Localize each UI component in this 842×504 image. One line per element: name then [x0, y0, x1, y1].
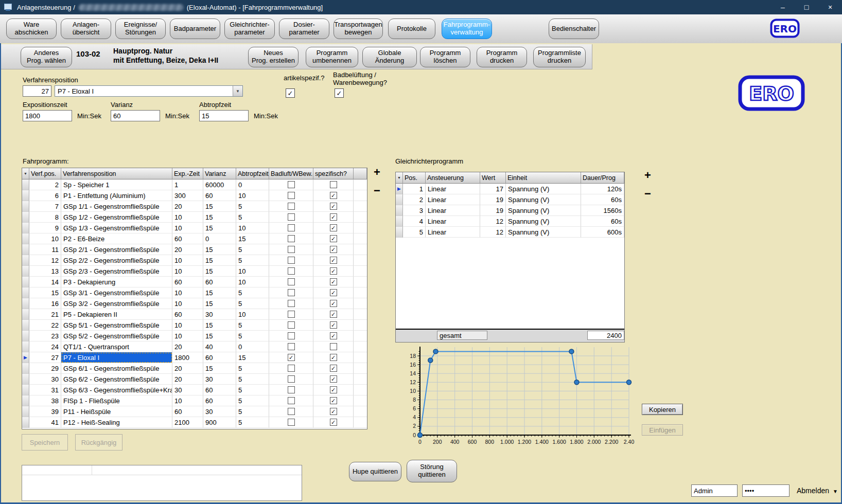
row-selector[interactable] [22, 417, 29, 428]
row-selector[interactable] [22, 385, 29, 395]
cell-verfahrensposition[interactable]: GSp 2/1 - Gegenstromfließspüle [61, 244, 172, 255]
badluft-checkbox[interactable] [288, 267, 295, 275]
row-selector[interactable] [22, 287, 29, 298]
cell-verfahrensposition[interactable]: Sp - Speicher 1 [61, 179, 172, 190]
artikelspezif-checkbox[interactable]: ✓ [286, 88, 295, 98]
spezifisch-checkbox[interactable]: ✓ [330, 224, 337, 231]
cell-verfahrensposition[interactable]: P12 - Heiß-Sealing [61, 417, 172, 428]
badluft-checkbox[interactable] [288, 365, 295, 372]
gleichrichter-row[interactable]: 3Linear19Spannung (V)1560s [396, 205, 624, 216]
badluft-checkbox[interactable] [288, 278, 295, 285]
nav-anlagenuebersicht[interactable]: Anlagen- übersicht [61, 19, 111, 39]
fahrprogramm-row[interactable]: 22GSp 5/1 - Gegenstromfließspüle10155✓ [22, 320, 367, 331]
cell-verfahrensposition[interactable]: P7 - Eloxal I [61, 352, 172, 363]
nav-bedienschalter[interactable]: Bedienschalter [549, 19, 599, 39]
row-selector[interactable] [396, 216, 403, 227]
fahrprogramm-add-button[interactable]: + [374, 167, 380, 178]
row-selector[interactable] [22, 233, 29, 244]
row-marker-icon[interactable]: ▶ [396, 184, 403, 194]
col-verfahrensposition[interactable]: Verfahrensposition [61, 168, 172, 179]
cell-verfahrensposition[interactable]: GSp 6/2 - Gegenstromfließspüle [61, 374, 172, 385]
badluft-checkbox[interactable] [288, 257, 295, 264]
spezifisch-checkbox[interactable]: ✓ [330, 289, 337, 296]
cell-verfahrensposition[interactable]: GSp 5/1 - Gegenstromfließspüle [61, 320, 172, 331]
spezifisch-checkbox[interactable] [330, 343, 337, 350]
row-selector[interactable] [22, 255, 29, 266]
fahrprogramm-row[interactable]: 30GSp 6/2 - Gegenstromfließspüle20305✓ [22, 374, 367, 385]
close-icon[interactable]: × [818, 0, 842, 14]
fahrprogramm-row[interactable]: 39P11 - Heißspüle60305✓ [22, 406, 367, 417]
fahrprogramm-row[interactable]: 2Sp - Speicher 11600000 [22, 179, 367, 190]
badluft-checkbox[interactable] [288, 321, 295, 329]
row-selector[interactable] [22, 266, 29, 277]
fahrprogramm-row[interactable]: 15GSp 3/1 - Gegenstromfließspüle10155✓ [22, 287, 367, 298]
col-pos[interactable]: Pos. [403, 172, 426, 184]
badluft-checkbox[interactable] [288, 408, 295, 415]
spezifisch-checkbox[interactable]: ✓ [330, 419, 337, 426]
badluft-checkbox[interactable] [288, 246, 295, 253]
spezifisch-checkbox[interactable]: ✓ [330, 213, 337, 221]
row-selector[interactable] [22, 244, 29, 255]
badluft-checkbox[interactable] [288, 289, 295, 296]
row-selector[interactable] [396, 227, 403, 238]
row-selector[interactable] [22, 331, 29, 341]
row-selector[interactable] [22, 406, 29, 417]
row-selector[interactable] [22, 179, 29, 190]
spezifisch-checkbox[interactable]: ✓ [330, 408, 337, 415]
badluft-checkbox[interactable] [288, 224, 295, 231]
nav-transportwagen-bewegen[interactable]: Transportwagen bewegen [334, 19, 383, 39]
cell-verfahrensposition[interactable]: GSp 1/3 - Gegenstromfließspüle [61, 223, 172, 233]
badluft-checkbox[interactable] [288, 300, 295, 307]
new-program-button[interactable]: Neues Prog. erstellen [248, 47, 299, 67]
fahrprogramm-row[interactable]: 29GSp 6/1 - Gegenstromfließspüle20155✓ [22, 363, 367, 374]
badluft-checkbox[interactable] [288, 343, 295, 350]
cell-verfahrensposition[interactable]: FISp 1 - Fließspüle [61, 395, 172, 406]
row-selector[interactable] [22, 309, 29, 320]
col-expzeit[interactable]: Exp.-Zeit [172, 168, 203, 179]
row-selector[interactable] [22, 298, 29, 309]
fahrprogramm-row[interactable]: 10P2 - E6-Beize60015✓ [22, 233, 367, 244]
badluft-checkbox[interactable] [288, 386, 295, 393]
nav-badparameter[interactable]: Badparameter [170, 19, 220, 39]
fahrprogramm-row[interactable]: 21P5 - Dekapieren II603010✓ [22, 309, 367, 320]
fahrprogramm-row[interactable]: 38FISp 1 - Fließspüle10605✓ [22, 395, 367, 406]
nav-ware-abschicken[interactable]: Ware abschicken [6, 19, 57, 39]
col-badluft[interactable]: Badluft/WBew. [269, 168, 313, 179]
spezifisch-checkbox[interactable]: ✓ [330, 386, 337, 393]
spezifisch-checkbox[interactable]: ✓ [330, 332, 337, 339]
spezifisch-checkbox[interactable]: ✓ [330, 311, 337, 318]
spezifisch-checkbox[interactable]: ✓ [330, 397, 337, 404]
cell-verfahrensposition[interactable]: GSp 6/3 - Gegenstromfließspüle+Krage [61, 385, 172, 395]
cell-verfahrensposition[interactable]: P11 - Heißspüle [61, 406, 172, 417]
gleichrichter-row[interactable]: 4Linear12Spannung (V)60s [396, 216, 624, 227]
row-marker-icon[interactable]: ▶ [22, 352, 29, 363]
row-selector[interactable] [22, 277, 29, 287]
row-selector[interactable] [22, 320, 29, 331]
chevron-down-icon[interactable]: ▼ [233, 86, 242, 96]
gleichrichter-remove-button[interactable]: − [644, 188, 651, 200]
global-change-button[interactable]: Globale Änderung [362, 47, 417, 67]
logout-button[interactable]: Abmelden [797, 487, 829, 495]
badluft-checkbox[interactable] [288, 419, 295, 426]
spezifisch-checkbox[interactable]: ✓ [330, 278, 337, 285]
col-spezifisch[interactable]: spezifisch? [313, 168, 354, 179]
spezifisch-checkbox[interactable]: ✓ [330, 235, 337, 242]
spezifisch-checkbox[interactable]: ✓ [330, 192, 337, 199]
spezifisch-checkbox[interactable]: ✓ [330, 246, 337, 253]
spezifisch-checkbox[interactable]: ✓ [330, 203, 337, 210]
cell-verfahrensposition[interactable]: GSp 1/2 - Gegenstromfließspüle [61, 212, 172, 223]
gleichrichter-row[interactable]: 5Linear12Spannung (V)600s [396, 227, 624, 238]
gleichrichter-row[interactable]: ▶1Linear17Spannung (V)120s [396, 184, 624, 194]
spezifisch-checkbox[interactable]: ✓ [330, 257, 337, 264]
row-selector[interactable] [22, 374, 29, 385]
fahrprogramm-row[interactable]: 11GSp 2/1 - Gegenstromfließspüle20155✓ [22, 244, 367, 255]
col-abtropfzeit[interactable]: Abtropfzeit [236, 168, 269, 179]
badluft-checkbox[interactable] [288, 203, 295, 210]
fahrprogramm-row[interactable]: 13GSp 2/3 - Gegenstromfließspüle101510✓ [22, 266, 367, 277]
delete-program-button[interactable]: Programm löschen [420, 47, 470, 67]
logout-arrow-icon[interactable]: ▼ [833, 489, 838, 494]
nav-dosierparameter[interactable]: Dosier- parameter [279, 19, 329, 39]
fahrprogramm-row[interactable]: 16GSp 3/2 - Gegenstromfließspüle10155✓ [22, 298, 367, 309]
col-dauer[interactable]: Dauer/Prog [581, 172, 624, 184]
undo-button[interactable]: Rückgängig [75, 434, 122, 451]
